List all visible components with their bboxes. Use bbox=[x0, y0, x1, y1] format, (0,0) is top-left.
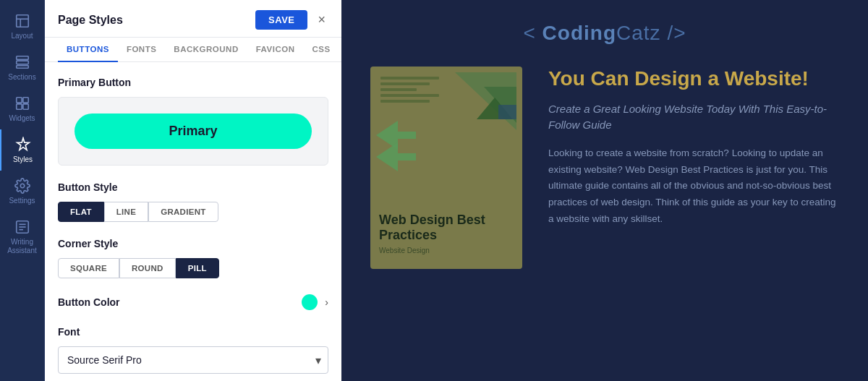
tab-favicon[interactable]: FAVICON bbox=[247, 38, 304, 62]
button-style-flat[interactable]: FLAT bbox=[58, 202, 104, 222]
sidebar-item-widgets[interactable]: Widgets bbox=[0, 88, 44, 129]
book-cover: Web Design Best Practices Website Design bbox=[370, 67, 522, 269]
svg-rect-4 bbox=[16, 61, 28, 64]
content-text: You Can Design a Website! Create a Great… bbox=[548, 67, 839, 228]
styles-icon bbox=[15, 137, 31, 153]
page-styles-panel: Page Styles SAVE × BUTTONS FONTS BACKGRO… bbox=[45, 0, 341, 381]
tab-css[interactable]: CSS bbox=[303, 38, 339, 62]
sidebar-item-sections[interactable]: Sections bbox=[0, 47, 44, 88]
color-display: › bbox=[302, 294, 328, 310]
button-style-gradient[interactable]: GRADIENT bbox=[148, 202, 218, 222]
book-cover-lines bbox=[380, 77, 446, 106]
button-color-section: Button Color › bbox=[58, 294, 328, 310]
svg-rect-9 bbox=[22, 104, 27, 109]
primary-button-label: Primary Button bbox=[58, 77, 328, 88]
button-style-section: Button Style FLAT LINE GRADIENT bbox=[58, 181, 328, 222]
button-style-group: FLAT LINE GRADIENT bbox=[58, 202, 328, 222]
corner-style-pill[interactable]: PILL bbox=[176, 258, 219, 278]
content-heading: You Can Design a Website! bbox=[548, 67, 839, 91]
layout-icon bbox=[14, 13, 30, 29]
sidebar-item-layout[interactable]: Layout bbox=[0, 6, 44, 47]
color-arrow-icon[interactable]: › bbox=[325, 296, 328, 308]
primary-button-preview[interactable]: Primary bbox=[75, 114, 312, 149]
book-cover-arrow bbox=[376, 121, 416, 171]
site-title-prefix: < bbox=[523, 22, 542, 44]
sidebar: Layout Sections Widgets Styles Settings bbox=[0, 0, 45, 381]
font-select[interactable]: Source Serif Pro Georgia Times New Roman… bbox=[58, 346, 328, 374]
sidebar-item-settings[interactable]: Settings bbox=[0, 171, 44, 212]
corner-style-label: Corner Style bbox=[58, 238, 328, 249]
corner-style-round[interactable]: ROUND bbox=[119, 258, 176, 278]
sections-icon bbox=[14, 54, 30, 70]
site-title-brand2: Catz bbox=[616, 22, 661, 44]
corner-style-group: SQUARE ROUND PILL bbox=[58, 258, 328, 278]
widgets-icon bbox=[14, 95, 30, 111]
svg-rect-18 bbox=[498, 105, 516, 119]
svg-rect-8 bbox=[16, 104, 21, 109]
site-title-suffix: /> bbox=[661, 22, 686, 44]
font-select-wrapper: Source Serif Pro Georgia Times New Roman… bbox=[58, 346, 328, 374]
button-preview-area: Primary bbox=[58, 97, 328, 166]
panel-title: Page Styles bbox=[58, 14, 123, 27]
svg-point-10 bbox=[20, 184, 25, 188]
font-section: Font Source Serif Pro Georgia Times New … bbox=[58, 326, 328, 374]
tab-buttons[interactable]: BUTTONS bbox=[58, 38, 118, 62]
book-title-text: Web Design Best Practices bbox=[379, 213, 514, 244]
book-cover-inner: Web Design Best Practices Website Design bbox=[370, 67, 522, 269]
tab-background[interactable]: BACKGROUND bbox=[165, 38, 247, 62]
svg-rect-7 bbox=[22, 98, 27, 103]
svg-rect-6 bbox=[16, 98, 21, 103]
button-color-label: Button Color bbox=[58, 296, 120, 308]
header-actions: SAVE × bbox=[255, 10, 328, 30]
settings-icon bbox=[14, 178, 30, 194]
svg-rect-3 bbox=[16, 56, 28, 60]
book-title-block: Web Design Best Practices Website Design bbox=[379, 213, 514, 254]
main-preview-area: < CodingCatz /> bbox=[341, 0, 868, 381]
content-subheading: Create a Great Looking Website Today Wit… bbox=[548, 101, 839, 134]
tab-fonts[interactable]: FONTS bbox=[118, 38, 165, 62]
color-row: Button Color › bbox=[58, 294, 328, 310]
svg-marker-20 bbox=[376, 142, 416, 171]
book-subtitle: Website Design bbox=[379, 247, 514, 254]
sidebar-item-writing-assistant[interactable]: WritingAssistant bbox=[0, 212, 44, 262]
button-style-line[interactable]: LINE bbox=[104, 202, 148, 222]
content-section: Web Design Best Practices Website Design… bbox=[370, 67, 839, 269]
content-body: Looking to create a website from scratch… bbox=[548, 145, 839, 228]
site-title: < CodingCatz /> bbox=[523, 22, 686, 45]
font-label: Font bbox=[58, 326, 328, 338]
save-button[interactable]: SAVE bbox=[255, 10, 307, 30]
panel-header: Page Styles SAVE × bbox=[45, 0, 341, 38]
color-dot[interactable] bbox=[302, 294, 318, 310]
site-title-brand: Coding bbox=[542, 22, 616, 44]
sidebar-item-styles[interactable]: Styles bbox=[0, 129, 44, 171]
button-style-label: Button Style bbox=[58, 181, 328, 193]
book-cover-graphic bbox=[455, 72, 516, 130]
writing-icon bbox=[14, 219, 30, 235]
svg-rect-5 bbox=[16, 66, 28, 69]
panel-tabs: BUTTONS FONTS BACKGROUND FAVICON CSS bbox=[45, 38, 341, 62]
primary-button-section: Primary Button Primary bbox=[58, 77, 328, 166]
corner-style-square[interactable]: SQUARE bbox=[58, 258, 119, 278]
corner-style-section: Corner Style SQUARE ROUND PILL bbox=[58, 238, 328, 278]
panel-content: Primary Button Primary Button Style FLAT… bbox=[45, 62, 341, 381]
close-button[interactable]: × bbox=[315, 12, 328, 27]
svg-rect-0 bbox=[16, 15, 28, 27]
